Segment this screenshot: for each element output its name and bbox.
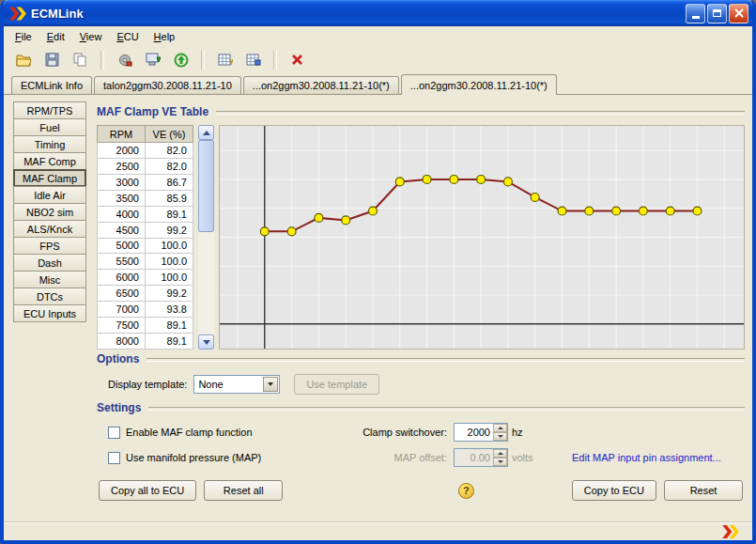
clamp-switchover-spinner[interactable]: 2000 <box>454 423 508 442</box>
ve-cell[interactable]: 100.0 <box>146 238 193 254</box>
rpm-cell[interactable]: 3000 <box>98 174 146 190</box>
main-panel: MAF Clamp VE Table RPM VE (%) <box>91 101 745 521</box>
clamp-switchover-unit: hz <box>512 427 551 438</box>
spinner-down-button[interactable] <box>493 458 507 466</box>
document-tab[interactable]: ECMLink Info <box>11 76 92 94</box>
rpm-cell[interactable]: 6000 <box>98 270 146 286</box>
ve-cell[interactable]: 89.1 <box>146 318 193 334</box>
rpm-cell[interactable]: 6500 <box>98 286 146 302</box>
ve-cell[interactable]: 99.2 <box>146 286 193 302</box>
arrow-down-icon <box>498 435 503 438</box>
ve-cell[interactable]: 85.9 <box>146 190 193 206</box>
clamp-switchover-value[interactable]: 2000 <box>455 424 493 441</box>
rpm-cell[interactable]: 4000 <box>98 206 146 222</box>
display-template-select[interactable]: None <box>193 375 280 394</box>
menu-item[interactable]: File <box>8 28 39 45</box>
section-header-ve-table: MAF Clamp VE Table <box>97 104 745 119</box>
save-file-icon[interactable] <box>39 48 65 72</box>
sidebar-item[interactable]: ALS/Knck <box>13 220 86 238</box>
map-offset-value[interactable]: 0.00 <box>455 449 493 466</box>
maximize-button[interactable] <box>707 4 727 23</box>
rpm-cell[interactable]: 2000 <box>98 143 146 159</box>
rpm-cell[interactable]: 3500 <box>98 190 146 206</box>
reset-button[interactable]: Reset <box>664 480 743 501</box>
close-button[interactable] <box>729 4 748 23</box>
ve-column-header: VE (%) <box>146 126 193 143</box>
delete-icon[interactable] <box>285 48 310 72</box>
sidebar-item[interactable]: Fuel <box>13 118 86 136</box>
document-tab[interactable]: talon2ggm30.2008.11.21-10 <box>94 76 241 94</box>
ve-cell[interactable]: 89.1 <box>146 334 193 350</box>
copy-all-to-ecu-button[interactable]: Copy all to ECU <box>99 480 196 501</box>
ve-cell[interactable]: 82.0 <box>146 158 193 174</box>
copy-icon[interactable] <box>68 48 93 72</box>
minimize-button[interactable] <box>686 4 705 23</box>
connect-settings-icon[interactable] <box>112 48 137 72</box>
spinner-up-button[interactable] <box>493 449 507 458</box>
combo-dropdown-button[interactable] <box>263 377 278 392</box>
edit-map-pin-link[interactable]: Edit MAP input pin assignment... <box>572 452 745 463</box>
table-row: 2500 82.0 <box>98 158 193 174</box>
ve-chart-svg[interactable] <box>220 126 744 349</box>
open-file-icon[interactable] <box>11 48 37 72</box>
sidebar-item[interactable]: FPS <box>13 237 86 255</box>
menu-item[interactable]: Edit <box>39 28 72 45</box>
menu-item[interactable]: Help <box>147 28 183 45</box>
help-icon[interactable]: ? <box>458 483 474 499</box>
sidebar-item[interactable]: RPM/TPS <box>13 101 86 119</box>
rpm-cell[interactable]: 5500 <box>98 254 146 270</box>
scrollbar-thumb[interactable] <box>198 140 214 232</box>
upload-to-ecu-icon[interactable] <box>168 48 193 72</box>
document-tab[interactable]: ...on2ggm30.2008.11.21-10(*) <box>401 74 557 95</box>
ve-chart[interactable] <box>219 125 745 350</box>
scroll-up-button[interactable] <box>198 125 214 140</box>
map-offset-spinner[interactable]: 0.00 <box>454 448 508 467</box>
document-tab[interactable]: ...on2ggm30.2008.11.21-10(*) <box>243 76 399 94</box>
table-template-icon[interactable] <box>212 48 238 72</box>
use-map-label: Use manifold pressure (MAP) <box>126 452 261 463</box>
sidebar-item[interactable]: Idle Air <box>13 186 86 204</box>
use-map-checkbox[interactable] <box>108 452 120 464</box>
status-bar <box>4 522 752 540</box>
table-row: 6500 99.2 <box>98 286 193 302</box>
rpm-cell[interactable]: 7500 <box>98 318 146 334</box>
ve-cell[interactable]: 100.0 <box>146 270 193 286</box>
spinner-down-button[interactable] <box>493 432 507 441</box>
sidebar-item[interactable]: NBO2 sim <box>13 203 86 221</box>
section-rule <box>216 111 745 115</box>
sidebar-item[interactable]: MAF Comp <box>13 152 86 170</box>
use-template-button[interactable]: Use template <box>294 374 379 395</box>
rpm-cell[interactable]: 5000 <box>98 238 146 254</box>
enable-maf-clamp-checkbox[interactable] <box>108 427 120 439</box>
window-title: ECMLink <box>31 7 84 21</box>
copy-to-ecu-button[interactable]: Copy to ECU <box>572 480 656 501</box>
sidebar-item[interactable]: MAF Clamp <box>13 169 86 187</box>
table-scrollbar[interactable] <box>198 125 214 350</box>
table-compare-icon[interactable] <box>240 48 266 72</box>
title-bar[interactable]: ECMLink <box>4 0 752 26</box>
scrollbar-track[interactable] <box>198 140 214 334</box>
menu-item[interactable]: View <box>72 28 110 45</box>
scroll-down-button[interactable] <box>198 334 214 350</box>
ve-cell[interactable]: 89.1 <box>146 206 193 222</box>
ve-cell[interactable]: 93.8 <box>146 302 193 318</box>
sidebar-item[interactable]: Timing <box>13 135 86 153</box>
reset-all-button[interactable]: Reset all <box>204 480 283 501</box>
ve-cell[interactable]: 86.7 <box>146 174 193 190</box>
tab-bar: ECMLink Infotalon2ggm30.2008.11.21-10...… <box>4 73 752 95</box>
spinner-up-button[interactable] <box>493 424 507 432</box>
ve-cell[interactable]: 99.2 <box>146 222 193 238</box>
sidebar-item[interactable]: DTCs <box>13 288 86 305</box>
menu-item[interactable]: ECU <box>109 28 146 45</box>
display-template-label: Display template: <box>108 379 187 390</box>
ve-cell[interactable]: 100.0 <box>146 254 193 270</box>
rpm-cell[interactable]: 8000 <box>98 334 146 350</box>
sidebar-item[interactable]: Misc <box>13 271 86 288</box>
sidebar-item[interactable]: Dash <box>13 254 86 272</box>
capture-datalog-icon[interactable] <box>140 48 165 72</box>
rpm-cell[interactable]: 2500 <box>98 158 146 174</box>
rpm-cell[interactable]: 4500 <box>98 222 146 238</box>
ve-cell[interactable]: 82.0 <box>146 143 193 159</box>
sidebar-item[interactable]: ECU Inputs <box>13 304 86 322</box>
rpm-cell[interactable]: 7000 <box>98 302 146 318</box>
